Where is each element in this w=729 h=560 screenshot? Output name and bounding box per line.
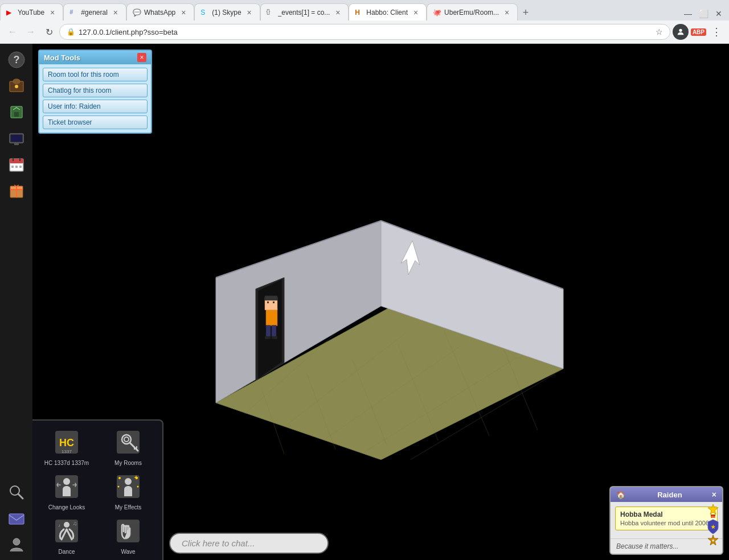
svg-rect-52 <box>272 336 277 339</box>
mod-tools-close-button[interactable]: × <box>137 53 146 62</box>
dance-label: Dance <box>59 549 75 555</box>
ticket-browser-button[interactable]: Ticket browser <box>43 116 148 129</box>
user-panel: 🏠 Raiden × Hobba Medal Hobba volunteer m… <box>609 486 723 555</box>
user-panel-footer-text: Because it matters... <box>616 542 678 550</box>
tab-youtube[interactable]: ▶ YouTube × <box>0 3 63 20</box>
tab-habbo[interactable]: H Habbo: Client × <box>349 3 427 20</box>
toolbar-change-looks[interactable]: Change Looks <box>38 471 95 510</box>
svg-rect-47 <box>266 326 271 337</box>
sidebar-gift-button[interactable] <box>6 180 27 201</box>
user-panel-footer: Because it matters... <box>611 538 722 554</box>
profile-avatar[interactable] <box>673 24 689 40</box>
tab-whatsapp-close[interactable]: × <box>179 8 188 17</box>
chat-input-box[interactable]: Click here to chat... <box>169 533 329 554</box>
my-rooms-label: My Rooms <box>114 460 142 466</box>
sidebar-question-button[interactable]: ? <box>6 50 27 70</box>
tab-general[interactable]: # #general × <box>63 3 126 20</box>
tab-uber-close[interactable]: × <box>502 8 511 17</box>
adblock-icon[interactable]: ABP <box>691 28 706 36</box>
svg-text:♫: ♫ <box>73 520 77 526</box>
tab-general-label: #general <box>81 9 108 17</box>
toolbar-wave[interactable]: Wave <box>100 515 157 555</box>
sidebar-inventory-button[interactable] <box>6 76 27 96</box>
svg-rect-24 <box>9 514 24 524</box>
mod-tools-body: Room tool for this room Chatlog for this… <box>39 64 151 133</box>
minimize-button[interactable]: — <box>682 7 694 20</box>
tab-youtube-close[interactable]: × <box>48 8 57 17</box>
sidebar-mail-button[interactable] <box>6 508 27 529</box>
general-favicon: # <box>69 9 77 17</box>
habbo-favicon: H <box>355 9 363 17</box>
restore-button[interactable]: ⬜ <box>697 7 711 20</box>
browser-chrome: ▶ YouTube × # #general × 💬 WhatsApp × S … <box>0 0 729 44</box>
tab-general-close[interactable]: × <box>111 8 120 17</box>
svg-point-66 <box>63 478 70 485</box>
svg-point-69 <box>118 477 121 479</box>
forward-button[interactable]: → <box>23 24 39 40</box>
toolbar-hc-credits[interactable]: HC 1337 HC 1337d 1337m <box>38 426 95 466</box>
sidebar-calendar-button[interactable] <box>6 154 27 175</box>
svg-marker-78 <box>708 504 718 514</box>
mod-tools-title: Mod Tools <box>44 53 80 62</box>
svg-text:?: ? <box>13 54 19 65</box>
svg-line-23 <box>18 494 23 499</box>
svg-point-4 <box>13 79 20 84</box>
browser-menu-button[interactable]: ⋮ <box>708 24 724 40</box>
sidebar-magnify-button[interactable] <box>6 482 27 503</box>
hobba-medal-tooltip: Hobba Medal Hobba volunteer mod until 20… <box>615 507 718 530</box>
close-window-button[interactable]: ✕ <box>713 7 724 20</box>
user-panel-close-button[interactable]: × <box>712 490 716 499</box>
svg-text:HC: HC <box>59 437 74 448</box>
tab-uber[interactable]: 🐙 UberEmu/Room... × <box>427 3 518 20</box>
my-effects-icon <box>113 471 144 502</box>
toolbar-my-effects[interactable]: My Effects <box>100 471 157 510</box>
mod-tools-panel: Mod Tools × Room tool for this room Chat… <box>38 50 152 134</box>
hc-credits-icon: HC 1337 <box>51 426 83 458</box>
wave-label: Wave <box>121 549 135 555</box>
toolbar-dance[interactable]: ♪ ♫ Dance <box>38 515 95 555</box>
svg-rect-50 <box>265 296 277 300</box>
svg-text:★: ★ <box>711 538 715 542</box>
change-looks-label: Change Looks <box>48 504 85 510</box>
sidebar-shop-button[interactable] <box>6 102 27 122</box>
tab-skype-close[interactable]: × <box>245 8 254 17</box>
back-button[interactable]: ← <box>5 24 21 40</box>
tab-events-close[interactable]: × <box>333 8 342 17</box>
room-tool-button[interactable]: Room tool for this room <box>43 68 148 81</box>
events-favicon: {} <box>267 9 275 17</box>
uber-favicon: 🐙 <box>433 9 441 17</box>
my-effects-label: My Effects <box>115 504 142 510</box>
user-panel-home-icon: 🏠 <box>616 491 625 499</box>
whatsapp-favicon: 💬 <box>133 9 141 17</box>
sidebar-tv-button[interactable] <box>6 128 27 149</box>
tab-habbo-close[interactable]: × <box>411 8 420 17</box>
new-tab-button[interactable]: + <box>518 5 534 20</box>
svg-point-25 <box>13 538 20 545</box>
chatlog-button[interactable]: Chatlog for this room <box>43 84 148 97</box>
svg-rect-54 <box>273 302 275 303</box>
sidebar-user-profile-button[interactable] <box>6 534 27 555</box>
toolbar-my-rooms[interactable]: My Rooms <box>100 426 157 466</box>
tab-skype[interactable]: S (1) Skype × <box>194 3 260 20</box>
tab-events[interactable]: {} _events[1] = co... × <box>260 3 349 20</box>
address-bar[interactable]: 🔒 127.0.0.1/client.php?sso=beta ☆ <box>59 24 670 40</box>
tab-whatsapp[interactable]: 💬 WhatsApp × <box>126 3 194 20</box>
tab-uber-label: UberEmu/Room... <box>444 9 499 17</box>
lock-icon: 🔒 <box>67 28 75 36</box>
tab-habbo-label: Habbo: Client <box>366 9 408 17</box>
dance-icon: ♪ ♫ <box>51 515 83 546</box>
chat-input-area: Click here to chat... <box>169 533 329 554</box>
user-panel-content: Hobba Medal Hobba volunteer mod until 20… <box>611 502 722 538</box>
reload-button[interactable]: ↻ <box>41 24 57 40</box>
svg-point-68 <box>125 478 132 485</box>
user-info-button[interactable]: User info: Raiden <box>43 100 148 113</box>
left-sidebar: ? <box>0 44 32 560</box>
game-canvas[interactable]: Mod Tools × Room tool for this room Chat… <box>32 44 729 560</box>
svg-rect-15 <box>11 166 14 168</box>
game-container: ? <box>0 44 729 560</box>
svg-rect-7 <box>14 112 19 117</box>
bookmark-icon[interactable]: ☆ <box>656 27 663 36</box>
medal-badge-1: STOP <box>706 504 720 518</box>
svg-text:★: ★ <box>711 524 716 530</box>
address-text: 127.0.0.1/client.php?sso=beta <box>79 28 652 36</box>
